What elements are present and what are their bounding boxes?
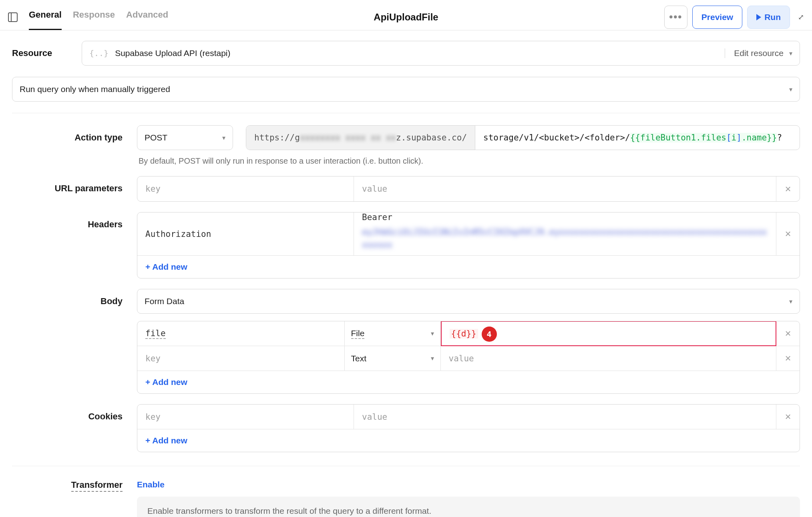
expand-icon[interactable]: ⤢ (798, 13, 804, 22)
method-value: POST (145, 133, 167, 142)
body-label: Body (12, 289, 128, 307)
url-input-group: https://gxxxxxxxx xxxx xx xxz.supabase.c… (246, 125, 800, 150)
tab-general[interactable]: General (29, 4, 62, 30)
url-base-addon: https://gxxxxxxxx xxxx xx xxz.supabase.c… (246, 126, 475, 150)
header-value-redacted: eyJhbGciOiJIUzI1NiIsInR5cCI6IkpXVCJ9.eyx… (362, 222, 768, 255)
headers-label: Headers (12, 212, 128, 230)
braces-icon: {..} (89, 48, 109, 58)
add-cookie-button[interactable]: + Add new (137, 429, 800, 452)
transformer-label: Transformer (12, 480, 128, 492)
preview-button[interactable]: Preview (692, 6, 742, 29)
url-params-block: key value × (137, 176, 800, 202)
edit-resource-label: Edit resource (734, 48, 784, 58)
body-type-cell-select[interactable]: Text ▾ (345, 346, 441, 371)
run-button[interactable]: Run (747, 6, 790, 29)
chevron-down-icon: ▾ (431, 330, 434, 337)
trigger-label: Run query only when manually triggered (20, 84, 170, 94)
body-type-value: Form Data (145, 297, 184, 306)
body-value-input[interactable]: value (441, 346, 776, 371)
add-body-row-button[interactable]: + Add new (137, 371, 800, 393)
body-value-input[interactable]: {{d}} 4 (441, 321, 776, 346)
topbar: General Response Advanced ApiUploadFile … (0, 0, 812, 30)
edit-resource-button[interactable]: Edit resource ▾ (725, 48, 792, 58)
cookie-value-input[interactable]: value (354, 405, 776, 429)
chevron-down-icon: ▾ (789, 298, 792, 305)
body-key-input[interactable]: file (137, 321, 345, 346)
body-block: file File ▾ {{d}} 4 × key Text ▾ (137, 321, 800, 394)
chevron-down-icon: ▾ (789, 50, 792, 57)
panel-toggle-icon[interactable] (8, 12, 18, 22)
tab-advanced[interactable]: Advanced (126, 4, 168, 30)
action-type-label: Action type (12, 125, 128, 143)
delete-row-button[interactable]: × (776, 346, 800, 371)
delete-row-button[interactable]: × (776, 321, 800, 346)
query-title: ApiUploadFile (374, 12, 438, 23)
action-hint: By default, POST will only run in respon… (137, 154, 800, 166)
add-header-button[interactable]: + Add new (137, 256, 800, 278)
method-select[interactable]: POST ▾ (137, 125, 233, 150)
url-base-left: https://g (254, 133, 300, 142)
param-value-input[interactable]: value (354, 176, 776, 201)
play-icon (756, 14, 761, 20)
editor-tabs: General Response Advanced (29, 4, 168, 30)
header-value-prefix: Bearer (362, 212, 392, 222)
delete-row-button[interactable]: × (776, 176, 800, 201)
param-key-input[interactable]: key (137, 176, 354, 201)
delete-row-button[interactable]: × (776, 212, 800, 255)
cookie-key-input[interactable]: key (137, 405, 354, 429)
chevron-down-icon: ▾ (222, 134, 225, 142)
body-type-cell-value: File (351, 329, 365, 339)
body-key-input[interactable]: key (137, 346, 345, 371)
resource-select[interactable]: {..} Supabase Upload API (restapi) Edit … (82, 41, 800, 66)
resource-label: Resource (12, 48, 72, 58)
body-type-cell-value: Text (351, 354, 367, 363)
header-key-input[interactable]: Authorization (137, 212, 354, 255)
trigger-select[interactable]: Run query only when manually triggered ▾ (12, 77, 800, 102)
cookies-block: key value × + Add new (137, 404, 800, 452)
url-base-right: z.supabase.co/ (396, 133, 467, 142)
body-value-token: {{d}} (450, 329, 478, 339)
run-label: Run (764, 12, 781, 22)
chevron-down-icon: ▾ (789, 86, 792, 93)
delete-row-button[interactable]: × (776, 405, 800, 429)
url-path-static: storage/v1/<bucket>/<folder>/ (483, 133, 630, 142)
tab-response[interactable]: Response (73, 4, 115, 30)
resource-name: Supabase Upload API (restapi) (115, 48, 230, 58)
callout-4: 4 (482, 327, 497, 342)
enable-transformer-link[interactable]: Enable (137, 480, 165, 489)
url-base-redacted: xxxxxxxx xxxx xx xx (300, 133, 396, 142)
url-params-label: URL parameters (12, 176, 128, 194)
transformer-hint: Enable transformers to transform the res… (137, 497, 800, 517)
url-path-input[interactable]: storage/v1/<bucket>/<folder>/{{fileButto… (475, 126, 800, 150)
chevron-down-icon: ▾ (431, 355, 434, 362)
more-options-button[interactable]: ••• (664, 6, 687, 29)
body-type-select[interactable]: Form Data ▾ (137, 289, 800, 314)
headers-block: Authorization Bearer eyJhbGciOiJIUzI1NiI… (137, 212, 800, 279)
body-type-cell-select[interactable]: File ▾ (345, 321, 441, 346)
cookies-label: Cookies (12, 404, 128, 422)
header-value-input[interactable]: Bearer eyJhbGciOiJIUzI1NiIsInR5cCI6IkpXV… (354, 212, 776, 255)
dots-icon: ••• (669, 11, 682, 23)
